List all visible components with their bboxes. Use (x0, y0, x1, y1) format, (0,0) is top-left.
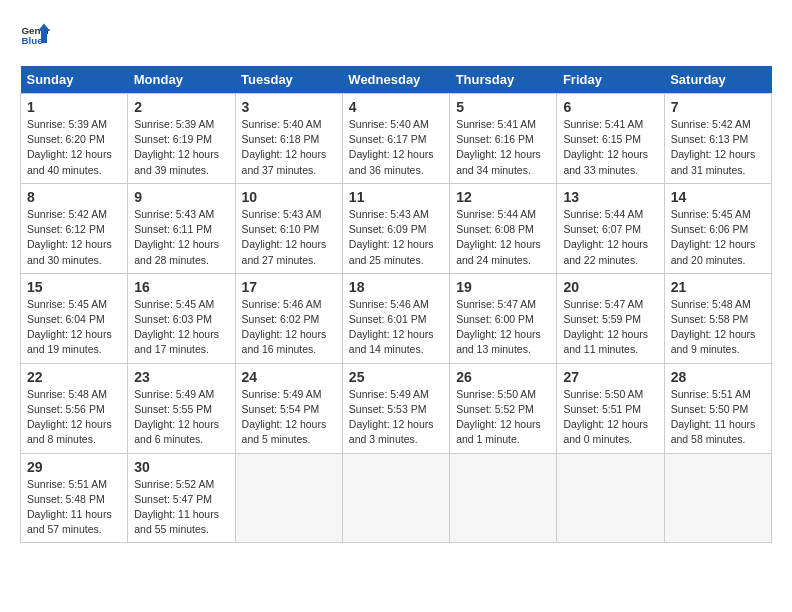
day-cell: 27Sunrise: 5:50 AMSunset: 5:51 PMDayligh… (557, 363, 664, 453)
day-number: 22 (27, 369, 121, 385)
day-number: 27 (563, 369, 657, 385)
day-cell: 2Sunrise: 5:39 AMSunset: 6:19 PMDaylight… (128, 94, 235, 184)
day-cell: 28Sunrise: 5:51 AMSunset: 5:50 PMDayligh… (664, 363, 771, 453)
day-info: Sunrise: 5:48 AMSunset: 5:56 PMDaylight:… (27, 387, 121, 448)
day-number: 11 (349, 189, 443, 205)
week-row-1: 1Sunrise: 5:39 AMSunset: 6:20 PMDaylight… (21, 94, 772, 184)
day-number: 23 (134, 369, 228, 385)
day-cell: 22Sunrise: 5:48 AMSunset: 5:56 PMDayligh… (21, 363, 128, 453)
day-cell: 18Sunrise: 5:46 AMSunset: 6:01 PMDayligh… (342, 273, 449, 363)
col-header-tuesday: Tuesday (235, 66, 342, 94)
day-cell: 5Sunrise: 5:41 AMSunset: 6:16 PMDaylight… (450, 94, 557, 184)
day-cell: 9Sunrise: 5:43 AMSunset: 6:11 PMDaylight… (128, 183, 235, 273)
day-number: 19 (456, 279, 550, 295)
day-info: Sunrise: 5:41 AMSunset: 6:15 PMDaylight:… (563, 117, 657, 178)
day-number: 1 (27, 99, 121, 115)
page-header: General Blue (20, 20, 772, 50)
day-number: 17 (242, 279, 336, 295)
day-number: 15 (27, 279, 121, 295)
day-info: Sunrise: 5:45 AMSunset: 6:04 PMDaylight:… (27, 297, 121, 358)
day-number: 26 (456, 369, 550, 385)
col-header-thursday: Thursday (450, 66, 557, 94)
day-number: 3 (242, 99, 336, 115)
day-cell (235, 453, 342, 543)
day-cell (450, 453, 557, 543)
day-info: Sunrise: 5:40 AMSunset: 6:17 PMDaylight:… (349, 117, 443, 178)
day-number: 8 (27, 189, 121, 205)
day-number: 10 (242, 189, 336, 205)
day-cell (342, 453, 449, 543)
day-cell: 6Sunrise: 5:41 AMSunset: 6:15 PMDaylight… (557, 94, 664, 184)
week-row-2: 8Sunrise: 5:42 AMSunset: 6:12 PMDaylight… (21, 183, 772, 273)
calendar-table: SundayMondayTuesdayWednesdayThursdayFrid… (20, 66, 772, 543)
day-cell: 15Sunrise: 5:45 AMSunset: 6:04 PMDayligh… (21, 273, 128, 363)
week-row-3: 15Sunrise: 5:45 AMSunset: 6:04 PMDayligh… (21, 273, 772, 363)
day-cell: 12Sunrise: 5:44 AMSunset: 6:08 PMDayligh… (450, 183, 557, 273)
day-number: 18 (349, 279, 443, 295)
day-info: Sunrise: 5:49 AMSunset: 5:55 PMDaylight:… (134, 387, 228, 448)
day-cell: 30Sunrise: 5:52 AMSunset: 5:47 PMDayligh… (128, 453, 235, 543)
day-number: 13 (563, 189, 657, 205)
day-info: Sunrise: 5:39 AMSunset: 6:20 PMDaylight:… (27, 117, 121, 178)
day-info: Sunrise: 5:50 AMSunset: 5:51 PMDaylight:… (563, 387, 657, 448)
day-info: Sunrise: 5:45 AMSunset: 6:03 PMDaylight:… (134, 297, 228, 358)
header-row: SundayMondayTuesdayWednesdayThursdayFrid… (21, 66, 772, 94)
day-info: Sunrise: 5:48 AMSunset: 5:58 PMDaylight:… (671, 297, 765, 358)
day-number: 20 (563, 279, 657, 295)
day-number: 5 (456, 99, 550, 115)
day-info: Sunrise: 5:42 AMSunset: 6:12 PMDaylight:… (27, 207, 121, 268)
logo-icon: General Blue (20, 20, 50, 50)
day-cell: 17Sunrise: 5:46 AMSunset: 6:02 PMDayligh… (235, 273, 342, 363)
day-cell: 1Sunrise: 5:39 AMSunset: 6:20 PMDaylight… (21, 94, 128, 184)
day-info: Sunrise: 5:43 AMSunset: 6:09 PMDaylight:… (349, 207, 443, 268)
week-row-5: 29Sunrise: 5:51 AMSunset: 5:48 PMDayligh… (21, 453, 772, 543)
day-number: 14 (671, 189, 765, 205)
day-number: 24 (242, 369, 336, 385)
day-number: 16 (134, 279, 228, 295)
day-info: Sunrise: 5:45 AMSunset: 6:06 PMDaylight:… (671, 207, 765, 268)
day-cell: 4Sunrise: 5:40 AMSunset: 6:17 PMDaylight… (342, 94, 449, 184)
day-number: 6 (563, 99, 657, 115)
day-number: 29 (27, 459, 121, 475)
day-cell: 24Sunrise: 5:49 AMSunset: 5:54 PMDayligh… (235, 363, 342, 453)
day-number: 28 (671, 369, 765, 385)
day-cell: 21Sunrise: 5:48 AMSunset: 5:58 PMDayligh… (664, 273, 771, 363)
day-cell: 14Sunrise: 5:45 AMSunset: 6:06 PMDayligh… (664, 183, 771, 273)
day-cell: 13Sunrise: 5:44 AMSunset: 6:07 PMDayligh… (557, 183, 664, 273)
day-number: 30 (134, 459, 228, 475)
day-info: Sunrise: 5:50 AMSunset: 5:52 PMDaylight:… (456, 387, 550, 448)
day-info: Sunrise: 5:47 AMSunset: 6:00 PMDaylight:… (456, 297, 550, 358)
day-cell: 23Sunrise: 5:49 AMSunset: 5:55 PMDayligh… (128, 363, 235, 453)
day-cell: 8Sunrise: 5:42 AMSunset: 6:12 PMDaylight… (21, 183, 128, 273)
day-cell: 11Sunrise: 5:43 AMSunset: 6:09 PMDayligh… (342, 183, 449, 273)
day-cell: 26Sunrise: 5:50 AMSunset: 5:52 PMDayligh… (450, 363, 557, 453)
day-cell: 7Sunrise: 5:42 AMSunset: 6:13 PMDaylight… (664, 94, 771, 184)
day-cell: 29Sunrise: 5:51 AMSunset: 5:48 PMDayligh… (21, 453, 128, 543)
day-number: 25 (349, 369, 443, 385)
day-info: Sunrise: 5:47 AMSunset: 5:59 PMDaylight:… (563, 297, 657, 358)
day-info: Sunrise: 5:51 AMSunset: 5:48 PMDaylight:… (27, 477, 121, 538)
logo: General Blue (20, 20, 50, 50)
day-info: Sunrise: 5:49 AMSunset: 5:54 PMDaylight:… (242, 387, 336, 448)
svg-text:Blue: Blue (22, 35, 44, 46)
week-row-4: 22Sunrise: 5:48 AMSunset: 5:56 PMDayligh… (21, 363, 772, 453)
day-cell: 25Sunrise: 5:49 AMSunset: 5:53 PMDayligh… (342, 363, 449, 453)
col-header-saturday: Saturday (664, 66, 771, 94)
day-info: Sunrise: 5:52 AMSunset: 5:47 PMDaylight:… (134, 477, 228, 538)
day-info: Sunrise: 5:42 AMSunset: 6:13 PMDaylight:… (671, 117, 765, 178)
day-number: 21 (671, 279, 765, 295)
day-cell: 19Sunrise: 5:47 AMSunset: 6:00 PMDayligh… (450, 273, 557, 363)
day-info: Sunrise: 5:44 AMSunset: 6:08 PMDaylight:… (456, 207, 550, 268)
col-header-sunday: Sunday (21, 66, 128, 94)
day-number: 12 (456, 189, 550, 205)
day-info: Sunrise: 5:46 AMSunset: 6:01 PMDaylight:… (349, 297, 443, 358)
day-cell: 16Sunrise: 5:45 AMSunset: 6:03 PMDayligh… (128, 273, 235, 363)
col-header-wednesday: Wednesday (342, 66, 449, 94)
day-info: Sunrise: 5:46 AMSunset: 6:02 PMDaylight:… (242, 297, 336, 358)
day-info: Sunrise: 5:51 AMSunset: 5:50 PMDaylight:… (671, 387, 765, 448)
day-cell (664, 453, 771, 543)
day-number: 2 (134, 99, 228, 115)
day-info: Sunrise: 5:41 AMSunset: 6:16 PMDaylight:… (456, 117, 550, 178)
day-cell: 20Sunrise: 5:47 AMSunset: 5:59 PMDayligh… (557, 273, 664, 363)
col-header-friday: Friday (557, 66, 664, 94)
